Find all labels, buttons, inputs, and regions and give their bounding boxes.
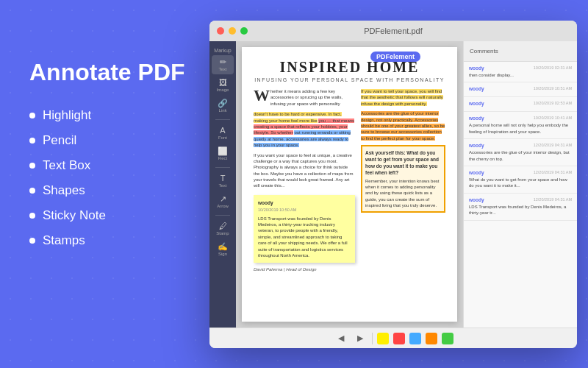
close-dot[interactable] (217, 27, 224, 35)
color-swatch-blue[interactable] (409, 333, 421, 344)
comment-text-0: then consider display... (469, 72, 572, 78)
feature-item-highlight: Highlight (29, 108, 191, 123)
annotation-text: Remember, your intention knows best when… (365, 178, 441, 209)
body-text-2: doesn't have to be hard or expensive. In… (254, 111, 355, 148)
bullet-pencil (29, 138, 35, 144)
link-icon: 🔗 (218, 99, 228, 107)
comment-item-1: woody 10/20/2019 10:51 AM (464, 82, 577, 97)
link-tool-btn[interactable]: 🔗 Link (212, 96, 234, 116)
pdf-col-right: If you want to tell your space, you will… (361, 88, 445, 273)
feature-label-pencil: Pencil (43, 133, 76, 148)
body-text-3: If you want your space to feel at unique… (254, 152, 355, 189)
comment-user-4: woody (469, 143, 484, 148)
annotation-question: Ask yourself this: What do you want to g… (365, 149, 441, 176)
comment-meta-6: woody 12/20/2019 04:31 AM (469, 197, 572, 202)
image-tool-btn[interactable]: 🖼 Image (212, 76, 234, 95)
comment-user-5: woody (469, 170, 484, 175)
comments-list: woody 10/20/2019 02:31 AM then consider … (464, 62, 577, 221)
image-tool-label: Image (217, 88, 229, 92)
page-prev-btn[interactable]: ◀ (334, 331, 348, 346)
bullet-shapes (29, 188, 35, 194)
sign-tool-label: Sign (218, 252, 227, 256)
text2-tool-btn[interactable]: T Text (212, 171, 234, 191)
feature-label-textbox: Text Box (43, 158, 90, 173)
bullet-stamps (29, 238, 35, 244)
comment-meta-3: woody 10/20/2019 10:41 AM (469, 116, 572, 121)
text-tool-label: Text (218, 67, 226, 71)
signature: David Palerma | Head of Design (254, 266, 355, 272)
comment-time-3: 10/20/2019 10:41 AM (534, 116, 572, 121)
stamp-icon: 🖊 (219, 222, 227, 230)
feature-label-highlight: Highlight (43, 108, 91, 123)
page-next-btn[interactable]: ▶ (353, 331, 368, 346)
right-text-1: If you want to tell your space, you will… (361, 88, 445, 107)
rect-icon: ⬜ (218, 147, 228, 155)
maximize-dot[interactable] (240, 27, 248, 35)
comments-header-text: Comments (470, 48, 498, 54)
drop-cap: W (254, 88, 270, 103)
pdf-body: W hether it means adding a few key acces… (254, 88, 445, 273)
window-title: PDFelement.pdf (364, 26, 422, 35)
comment-user-2: woody (469, 101, 484, 106)
color-swatch-red[interactable] (393, 333, 405, 344)
comment-user-1: woody (469, 86, 484, 91)
highlight-orange-1: Accessories are the glue of your interio… (361, 111, 445, 141)
comment-meta-0: woody 10/20/2019 02:31 AM (469, 66, 572, 71)
sign-tool-btn[interactable]: ✍ Sign (212, 240, 234, 259)
window-body: Markup ✏ Text 🖼 Image 🔗 Link A Font ⬜ Re… (209, 41, 577, 328)
stamp-tool-btn[interactable]: 🖊 Stamp (212, 219, 234, 238)
stamp-tool-label: Stamp (216, 231, 229, 236)
comments-header: Comments (464, 41, 577, 62)
body-text-1: hether it means adding a few key accesso… (270, 89, 343, 106)
comment-meta-5: woody 12/20/2019 04:31 AM (469, 170, 572, 175)
arrow-tool-btn[interactable]: ↗ Arrow (212, 192, 234, 211)
pdf-page: PDFelement INSPIRED HOME INFUSING YOUR P… (242, 47, 457, 322)
markup-label: Markup (209, 46, 236, 54)
annotation-box: Ask yourself this: What do you want to g… (361, 145, 445, 213)
right-text-2: Accessories are the glue of your interio… (361, 110, 445, 141)
font-tool-label: Font (218, 135, 227, 140)
arrow-tool-label: Arrow (217, 204, 229, 208)
rect-tool-btn[interactable]: ⬜ Rect (212, 144, 234, 163)
sticky-note-user: woody (258, 199, 351, 206)
font-tool-btn[interactable]: A Font (212, 124, 234, 143)
sticky-note-content: LDS Transport was founded by Denis Medei… (258, 216, 351, 259)
comment-text-3: A personal home will not only help you e… (469, 122, 572, 135)
feature-label-sticky: Sticky Note (43, 208, 106, 223)
toolbar-divider-3 (215, 215, 230, 216)
text-icon: ✏ (220, 58, 226, 66)
comment-text-4: Accessories are the glue of your interio… (469, 149, 572, 162)
link-tool-label: Link (218, 108, 226, 113)
bottom-toolbar: ◀ ▶ (209, 328, 577, 348)
color-swatch-green[interactable] (442, 333, 453, 344)
text2-tool-label: Text (218, 183, 226, 188)
sticky-note-time: 10/20/2019 10:50 AM (258, 208, 351, 213)
comment-meta-4: woody 12/20/2019 04:31 AM (469, 143, 572, 148)
comment-time-0: 10/20/2019 02:31 AM (534, 66, 572, 71)
pdfelement-badge: PDFelement (370, 52, 420, 62)
toolbar-divider-1 (215, 119, 230, 120)
color-swatch-orange[interactable] (426, 333, 437, 344)
drop-cap-paragraph: W hether it means adding a few key acces… (254, 88, 355, 107)
feature-label-shapes: Shapes (43, 183, 85, 198)
arrow-icon: ↗ (220, 195, 226, 203)
comment-item-2: woody 10/20/2019 02:53 AM (464, 97, 577, 112)
bullet-highlight (29, 113, 35, 118)
comment-time-2: 10/20/2019 02:53 AM (534, 101, 572, 106)
bottom-divider (372, 333, 373, 344)
comment-text-5: What do you want to get from your space … (469, 177, 572, 189)
minimize-dot[interactable] (229, 27, 236, 35)
rect-tool-label: Rect (218, 156, 227, 160)
pdf-header: INSPIRED HOME INFUSING YOUR PERSONAL SPA… (254, 59, 445, 82)
highlight-yellow-2: If you want to tell your space, you will… (361, 89, 443, 106)
sign-icon: ✍ (218, 243, 228, 251)
color-swatch-yellow[interactable] (377, 333, 389, 344)
comment-meta-2: woody 10/20/2019 02:53 AM (469, 101, 572, 106)
comment-text-6: LDS Transport was founded by Denis Medei… (469, 204, 572, 216)
comment-time-6: 12/20/2019 04:31 AM (534, 197, 572, 202)
pdf-col-left: W hether it means adding a few key acces… (254, 88, 355, 273)
feature-item-stamps: Stamps (29, 233, 191, 248)
sidebar-toolbar: Markup ✏ Text 🖼 Image 🔗 Link A Font ⬜ Re… (209, 41, 236, 328)
text-tool-btn[interactable]: ✏ Text (212, 55, 234, 74)
left-panel: Annotate PDF HighlightPencilText BoxShap… (29, 59, 191, 258)
